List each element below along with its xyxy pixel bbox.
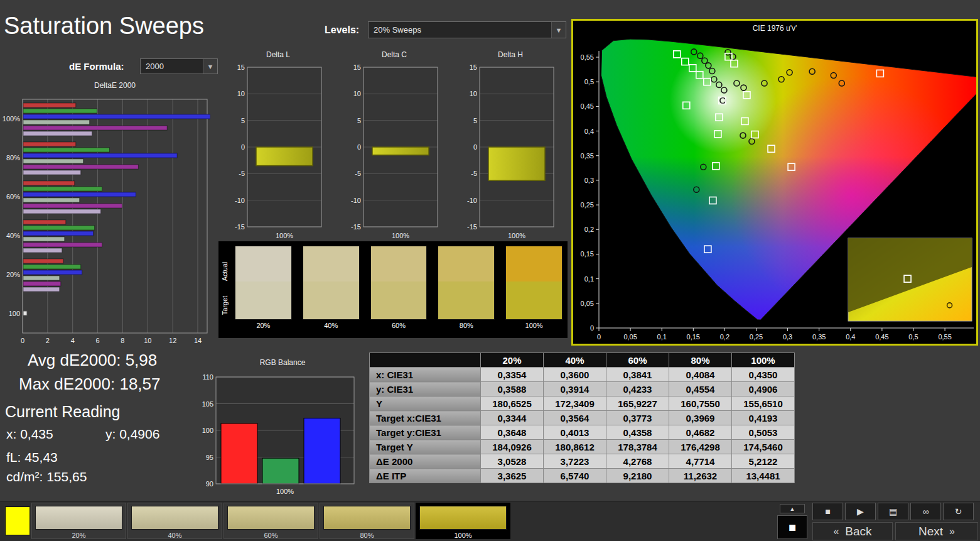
svg-text:0: 0 [21,337,24,343]
svg-text:14: 14 [194,337,202,343]
svg-text:95: 95 [206,454,213,461]
stop-button[interactable]: ■ [812,503,843,520]
table-cell: 176,4298 [669,440,732,454]
svg-text:0,35: 0,35 [812,333,826,341]
target-swatch [371,281,427,319]
table-cell: 155,6510 [732,396,795,411]
table-cell: 0,4682 [669,425,732,440]
target-swatch [235,281,291,319]
table-cell: 0,3588 [481,382,544,396]
table-cell: 0,4358 [606,425,669,440]
next-button[interactable]: Next » [895,522,978,540]
delta-l-bar-chart: 151050-5-10-15100% [231,58,325,242]
levels-dropdown[interactable]: 20% Sweeps ▼ [368,21,566,38]
svg-text:100%: 100% [392,232,409,239]
svg-text:0,05: 0,05 [581,300,594,307]
svg-text:0,15: 0,15 [581,250,594,258]
svg-text:0: 0 [241,143,245,151]
continuous-button[interactable]: ∞ [910,503,941,520]
table-header-cell: 20% [481,353,544,368]
table-row-label: Y [370,396,481,411]
svg-text:0,45: 0,45 [875,333,888,341]
page-title: Saturation Sweeps [4,13,204,40]
pattern-swatch-20%[interactable]: 20% [31,503,126,539]
svg-text:90: 90 [206,480,213,488]
chevron-right-icon: » [949,526,955,537]
table-cell: 4,2768 [606,454,669,469]
table-cell: 0,4084 [669,368,732,382]
swatch-percent-label: 80% [438,320,495,332]
table-row: Target Y184,0926180,8612178,3784176,4298… [370,440,795,454]
table-row-label: ΔE 2000 [370,454,481,469]
table-cell: 0,4906 [732,382,795,396]
scroll-up-button[interactable]: ▲ [780,504,805,513]
back-button-label: Back [845,525,871,538]
svg-text:4: 4 [71,337,75,343]
table-header-cell [370,353,481,368]
back-button[interactable]: « Back [812,522,893,540]
actual-target-swatch-strip: Actual Target 20%40%60%80%100% [218,241,568,338]
loop-button[interactable]: ↻ [943,503,974,520]
actual-swatch [235,246,291,281]
chevron-down-icon[interactable]: ▼ [551,22,566,38]
actual-row-label: Actual [221,253,229,290]
deltae-bar-chart: 02468101214100%80%60%40%20%100 [0,89,210,343]
svg-text:100: 100 [202,427,213,434]
pattern-swatch-color [323,506,411,530]
svg-text:0: 0 [357,143,361,151]
actual-swatch [438,246,494,281]
svg-text:0,2: 0,2 [584,226,594,233]
swatch-pair [303,246,360,320]
current-reading-cdm2: cd/m²: 155,65 [6,469,87,484]
svg-text:2: 2 [46,337,50,343]
de-formula-value: 2000 [141,62,203,71]
chevron-down-icon[interactable]: ▼ [203,59,217,74]
de-formula-label: dE Formula: [69,61,124,72]
actual-swatch [506,246,562,281]
swatch-percent-label: 40% [303,320,360,332]
svg-text:40%: 40% [6,232,20,239]
pattern-swatch-60%[interactable]: 60% [223,503,318,539]
svg-text:105: 105 [202,400,213,408]
table-cell: 0,3354 [481,368,544,382]
play-button[interactable]: ▶ [845,503,876,520]
table-cell: 172,3409 [544,396,606,411]
svg-text:0,15: 0,15 [687,333,700,341]
table-cell: 0,4193 [732,411,795,425]
table-row: y: CIE310,35880,39140,42330,45540,4906 [370,382,795,396]
pattern-window-button[interactable]: ■ [777,515,807,539]
chevron-left-icon: « [833,526,839,537]
table-cell: 5,2122 [732,454,795,469]
svg-text:0,1: 0,1 [657,333,667,341]
svg-text:100%: 100% [276,232,293,239]
svg-text:15: 15 [237,63,245,71]
svg-text:-10: -10 [351,197,361,204]
de-formula-dropdown[interactable]: 2000 ▼ [140,58,218,74]
playback-button-row: ■▶▤∞↻ [812,503,974,520]
pattern-swatch-100%[interactable]: 100% [416,503,510,539]
table-cell: 180,6525 [481,396,544,411]
svg-text:60%: 60% [6,193,20,200]
bottom-pattern-bar: 20%40%60%80%100% ▲ ■ ■▶▤∞↻ « Back Next » [0,501,980,541]
swatch-pair [438,246,495,320]
delta-c-bar-chart: 151050-5-10-15100% [347,58,441,242]
svg-text:0,35: 0,35 [581,152,594,160]
pattern-swatch-80%[interactable]: 80% [320,503,414,539]
pattern-swatch-40%[interactable]: 40% [127,503,222,539]
levels-value: 20% Sweeps [369,25,551,35]
table-cell: 174,5460 [732,440,795,454]
table-cell: 0,4233 [606,382,669,396]
pattern-button[interactable]: ▤ [878,503,908,520]
table-cell: 0,4554 [669,382,732,396]
svg-text:0,25: 0,25 [581,201,594,209]
table-cell: 160,7550 [669,396,732,411]
svg-text:5: 5 [241,117,245,124]
pattern-swatch-color [35,506,122,530]
current-reading-fl: fL: 45,43 [6,450,58,465]
svg-text:0,3: 0,3 [584,177,594,184]
svg-text:100%: 100% [3,115,20,123]
table-row-label: y: CIE31 [370,382,481,396]
svg-text:15: 15 [470,63,477,71]
svg-text:-15: -15 [351,223,361,231]
swatch-pair [235,246,292,320]
